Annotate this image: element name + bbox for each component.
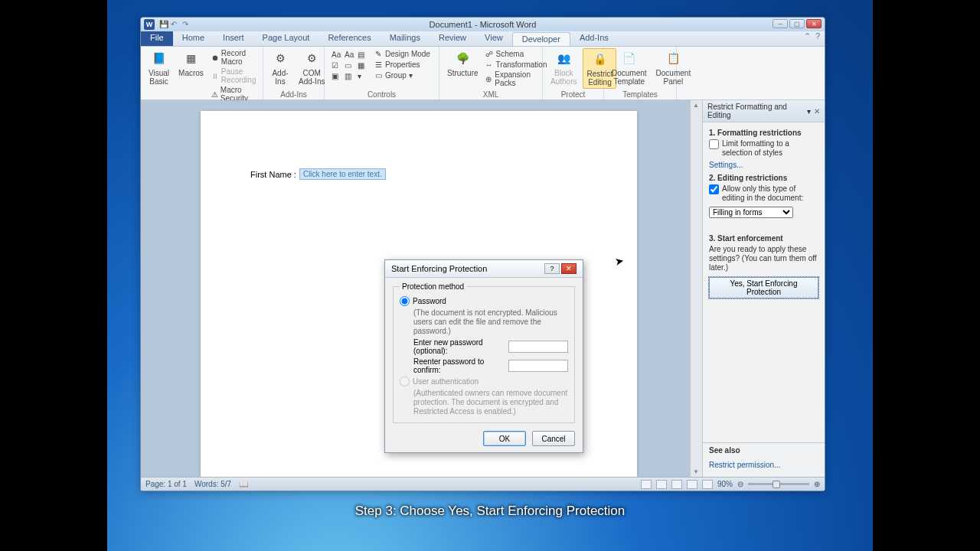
tab-file[interactable]: File xyxy=(141,31,173,46)
undo-icon[interactable]: ↶ xyxy=(171,20,180,29)
restrict-permission-link[interactable]: Restrict permission... xyxy=(709,461,780,469)
dialog-title: Start Enforcing Protection xyxy=(391,264,487,273)
print-layout-view[interactable] xyxy=(641,480,652,489)
properties-icon: ☰ xyxy=(374,60,383,69)
section-1-title: 1. Formatting restrictions xyxy=(709,129,818,137)
schema-icon: ☍ xyxy=(485,49,494,58)
dialog-help-button[interactable]: ? xyxy=(544,263,560,274)
vb-icon: 📘 xyxy=(150,50,168,68)
protection-method-legend: Protection method xyxy=(400,282,466,291)
settings-link[interactable]: Settings... xyxy=(709,161,743,169)
document-template-button[interactable]: 📄Document Template xyxy=(609,48,650,87)
ok-button[interactable]: OK xyxy=(483,431,526,446)
content-area: First Name : Click here to enter text. S… xyxy=(141,100,825,477)
control-icon[interactable]: ▣ xyxy=(332,72,342,80)
draft-view[interactable] xyxy=(702,480,713,489)
userauth-radio xyxy=(400,377,410,386)
start-enforcing-button[interactable]: Yes, Start Enforcing Protection xyxy=(709,277,818,298)
restrict-editing-pane: Restrict Formatting and Editing ▾ ✕ 1. F… xyxy=(702,100,825,477)
limit-formatting-checkbox[interactable] xyxy=(709,139,719,149)
cancel-button[interactable]: Cancel xyxy=(532,431,575,446)
reenter-password-label: Reenter password to confirm: xyxy=(413,357,505,374)
visual-basic-button[interactable]: 📘Visual Basic xyxy=(145,48,172,87)
vertical-scrollbar[interactable] xyxy=(690,100,702,477)
macros-button[interactable]: ▦Macros xyxy=(175,48,207,79)
structure-button[interactable]: 🌳Structure xyxy=(444,48,482,79)
addins-icon: ⚙ xyxy=(271,50,289,68)
transform-icon: ↔ xyxy=(485,60,494,69)
ribbon-tabs: File Home Insert Page Layout References … xyxy=(141,31,825,47)
tab-view[interactable]: View xyxy=(475,31,512,46)
control-icon[interactable]: ▾ xyxy=(358,72,368,80)
dialog-close-button[interactable]: ✕ xyxy=(561,263,577,274)
expansion-packs-button[interactable]: ⊕Expansion Packs xyxy=(485,70,547,88)
editing-type-select[interactable]: Filling in forms xyxy=(709,207,793,218)
control-icon[interactable]: ▤ xyxy=(358,51,368,59)
content-control[interactable]: Click here to enter text. xyxy=(299,168,386,180)
zoom-out-button[interactable]: ⊖ xyxy=(737,480,743,488)
redo-icon[interactable]: ↷ xyxy=(182,20,191,29)
group-icon: ▭ xyxy=(374,70,383,80)
controls-gallery[interactable]: AaAa▤ ☑▭▦ ▣▥▾ xyxy=(329,48,371,83)
quick-access-toolbar[interactable]: 💾 ↶ ↷ xyxy=(159,20,191,29)
properties-button[interactable]: ☰Properties xyxy=(374,59,430,70)
proofing-icon[interactable]: 📖 xyxy=(239,480,248,488)
password-radio[interactable] xyxy=(400,296,410,306)
words-status[interactable]: Words: 5/7 xyxy=(194,480,231,488)
com-addins-button[interactable]: ⚙COM Add-Ins xyxy=(296,48,328,87)
group-label-templates: Templates xyxy=(609,90,671,99)
tab-addins[interactable]: Add-Ins xyxy=(570,31,618,46)
tab-page-layout[interactable]: Page Layout xyxy=(253,31,319,46)
dialog-title-bar[interactable]: Start Enforcing Protection ? ✕ xyxy=(385,260,583,278)
panel-icon: 📋 xyxy=(664,50,682,68)
tab-home[interactable]: Home xyxy=(173,31,214,46)
ribbon-minimize-icon[interactable]: ⌃ xyxy=(804,31,811,46)
control-icon[interactable]: ☑ xyxy=(332,61,342,70)
outline-view[interactable] xyxy=(687,480,697,489)
pane-close-icon[interactable]: ✕ xyxy=(814,107,820,116)
maximize-button[interactable]: ▢ xyxy=(789,19,805,28)
control-icon[interactable]: ▦ xyxy=(358,61,368,70)
tab-references[interactable]: References xyxy=(318,31,380,46)
document-area[interactable]: First Name : Click here to enter text. S… xyxy=(141,100,690,477)
allow-editing-checkbox[interactable] xyxy=(709,184,719,194)
minimize-button[interactable]: ─ xyxy=(773,19,788,28)
control-icon[interactable]: Aa xyxy=(345,51,355,59)
title-bar: W 💾 ↶ ↷ Document1 - Microsoft Word ─ ▢ ✕ xyxy=(141,18,825,31)
security-icon: ⚠ xyxy=(211,90,218,99)
save-icon[interactable]: 💾 xyxy=(159,20,168,29)
schema-button[interactable]: ☍Schema xyxy=(485,48,547,59)
window-title: Document1 - Microsoft Word xyxy=(430,20,537,29)
fullscreen-view[interactable] xyxy=(656,480,667,489)
help-icon[interactable]: ? xyxy=(815,31,820,46)
reenter-password-input[interactable] xyxy=(508,360,568,372)
design-icon: ✎ xyxy=(374,49,383,58)
pane-menu-icon[interactable]: ▾ xyxy=(807,107,811,116)
tab-review[interactable]: Review xyxy=(430,31,475,46)
control-icon[interactable]: ▭ xyxy=(345,61,355,70)
document-panel-button[interactable]: 📋Document Panel xyxy=(653,48,694,87)
web-layout-view[interactable] xyxy=(671,480,682,489)
control-icon[interactable]: ▥ xyxy=(345,72,355,80)
control-icon[interactable]: Aa xyxy=(332,51,342,59)
password-hint: (The document is not encrypted. Maliciou… xyxy=(413,308,568,336)
design-mode-button[interactable]: ✎Design Mode xyxy=(374,48,430,59)
block-icon: 👥 xyxy=(554,50,573,68)
macros-icon: ▦ xyxy=(181,50,200,68)
enter-password-input[interactable] xyxy=(508,341,568,353)
zoom-slider[interactable] xyxy=(748,483,809,485)
page-status[interactable]: Page: 1 of 1 xyxy=(145,480,187,488)
password-radio-label: Password xyxy=(413,297,446,305)
userauth-hint: (Authenticated owners can remove documen… xyxy=(413,389,568,416)
addins-button[interactable]: ⚙Add-Ins xyxy=(268,48,292,87)
start-enforcing-dialog: Start Enforcing Protection ? ✕ Protectio… xyxy=(384,259,583,453)
tab-developer[interactable]: Developer xyxy=(512,32,570,46)
group-button[interactable]: ▭Group ▾ xyxy=(374,70,430,80)
transformation-button[interactable]: ↔Transformation xyxy=(485,59,547,70)
zoom-in-button[interactable]: ⊕ xyxy=(814,480,820,488)
zoom-level[interactable]: 90% xyxy=(717,480,733,488)
tab-insert[interactable]: Insert xyxy=(214,31,253,46)
tab-mailings[interactable]: Mailings xyxy=(381,31,430,46)
close-button[interactable]: ✕ xyxy=(806,19,822,28)
record-macro-button[interactable]: ⏺Record Macro xyxy=(211,48,258,67)
